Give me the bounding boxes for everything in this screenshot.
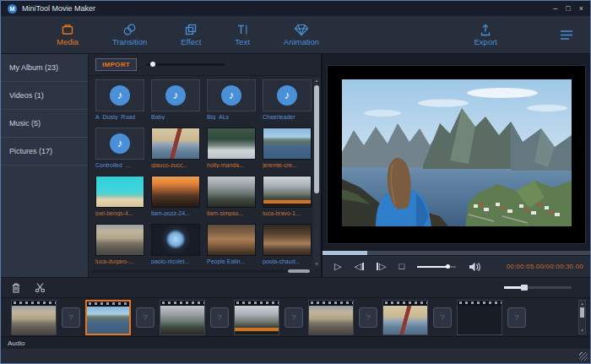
- sidebar-item-pictures-17[interactable]: Pictures (17): [1, 138, 88, 166]
- media-header: IMPORT: [89, 54, 321, 76]
- media-horizontal-scrollbar[interactable]: [92, 269, 310, 273]
- tab-animation[interactable]: Animation: [284, 23, 319, 46]
- transition-slot[interactable]: ?: [507, 307, 526, 328]
- timeline-clip[interactable]: [234, 300, 279, 335]
- transition-slot[interactable]: ?: [433, 307, 452, 328]
- seek-bar[interactable]: [323, 251, 590, 255]
- media-item[interactable]: ♪Baby: [151, 79, 202, 128]
- media-item[interactable]: paolo-nicolel...: [151, 224, 202, 272]
- scrollbar-thumb[interactable]: [314, 85, 319, 193]
- media-item-label: luca-dugaro-...: [95, 258, 144, 264]
- media-item[interactable]: holly-manda...: [207, 128, 258, 176]
- minimize-button[interactable]: –: [553, 5, 557, 13]
- media-item[interactable]: glauco-zucc...: [151, 128, 202, 176]
- media-item[interactable]: joel-bengs-4...: [95, 176, 146, 224]
- scroll-down-icon[interactable]: ▾: [313, 261, 320, 267]
- media-item[interactable]: People Eatin...: [207, 224, 258, 272]
- preview-panel: ▷ ◁ ▷ □ 00:00:05.00/00:00:30.00: [323, 54, 590, 277]
- media-item-label: Big_ALs: [207, 114, 256, 120]
- clip-thumbnail: [12, 306, 56, 334]
- scroll-up-icon[interactable]: ▴: [579, 301, 585, 307]
- maximize-button[interactable]: □: [566, 5, 570, 13]
- media-item-label: A_Dusty_Road: [95, 114, 144, 120]
- volume-slider[interactable]: [417, 266, 456, 268]
- timeline-clip[interactable]: [160, 300, 205, 335]
- media-item[interactable]: ♪Controlled_...: [95, 128, 146, 176]
- scroll-up-icon[interactable]: ▴: [313, 78, 320, 84]
- delete-button[interactable]: [11, 282, 21, 294]
- slider-handle[interactable]: [150, 62, 155, 67]
- animation-icon: [294, 23, 309, 36]
- window-controls: –□×: [553, 5, 583, 13]
- music-thumbnail: ♪: [95, 79, 144, 111]
- media-item[interactable]: liam-pozz-24...: [151, 176, 202, 224]
- sidebar-item-music-5[interactable]: Music (5): [1, 110, 88, 138]
- media-item[interactable]: jeremie-cre...: [263, 128, 313, 176]
- media-item[interactable]: ♪A_Dusty_Road: [95, 79, 146, 128]
- image-thumbnail: [263, 224, 312, 256]
- close-button[interactable]: ×: [579, 5, 583, 13]
- timeline-clip[interactable]: [308, 300, 354, 335]
- transition-slot[interactable]: ?: [285, 307, 303, 328]
- timeline-track: ??????? ▴ ▾: [1, 298, 590, 336]
- music-note-icon: ♪: [110, 85, 130, 106]
- audio-track[interactable]: Audio: [1, 336, 590, 349]
- image-thumbnail: [95, 176, 144, 208]
- tab-effect[interactable]: Effect: [181, 23, 201, 46]
- scrollbar-thumb[interactable]: [288, 269, 310, 273]
- transition-slot[interactable]: ?: [62, 307, 80, 328]
- media-item-label: People Eatin...: [207, 258, 256, 264]
- effect-icon: [184, 23, 198, 36]
- status-bar: [1, 349, 590, 363]
- transition-slot[interactable]: ?: [210, 307, 229, 328]
- timeline-clip[interactable]: [382, 300, 428, 335]
- tab-transition[interactable]: Transition: [112, 23, 147, 46]
- timeline-zoom-slider[interactable]: [504, 286, 572, 289]
- clip-thumbnail: [160, 306, 204, 334]
- media-item[interactable]: luca-dugaro-...: [95, 224, 146, 272]
- timeline-clip[interactable]: [85, 300, 131, 335]
- zoom-handle[interactable]: [521, 285, 528, 291]
- resize-grip[interactable]: [579, 352, 588, 361]
- seek-progress: [323, 251, 367, 255]
- media-item-label: glauco-zucc...: [151, 162, 200, 168]
- media-item-label: Cheerleader: [263, 114, 312, 120]
- sidebar-item-videos-1[interactable]: Videos (1): [1, 82, 88, 110]
- stop-button[interactable]: □: [399, 262, 404, 271]
- import-button[interactable]: IMPORT: [95, 58, 137, 71]
- media-item-label: joel-bengs-4...: [95, 210, 144, 216]
- timecode: 00:00:05.00/00:00:30.00: [507, 263, 583, 270]
- media-item-label: liam-pozz-24...: [151, 210, 200, 216]
- tab-label: Animation: [284, 37, 319, 46]
- scroll-down-icon[interactable]: ▾: [579, 328, 585, 334]
- split-scissors-button[interactable]: [35, 282, 46, 293]
- media-item[interactable]: liam-simpso...: [207, 176, 258, 224]
- speaker-icon[interactable]: [469, 262, 481, 272]
- thumbnail-size-slider[interactable]: [147, 63, 225, 66]
- timeline-vertical-scrollbar[interactable]: ▴ ▾: [578, 300, 586, 334]
- media-item[interactable]: ♪Big_ALs: [207, 79, 258, 128]
- previous-frame-button[interactable]: ◁: [354, 262, 363, 271]
- tab-media[interactable]: Media: [57, 23, 79, 46]
- media-item[interactable]: luca-bravo-1...: [263, 176, 313, 224]
- media-item[interactable]: ♪Cheerleader: [263, 79, 313, 128]
- media-vertical-scrollbar[interactable]: ▴ ▾: [313, 78, 320, 267]
- timeline-empty-slot[interactable]: [457, 300, 502, 335]
- media-item[interactable]: pooja-chaud...: [263, 224, 313, 272]
- sidebar-item-my-album-23[interactable]: My Album (23): [1, 54, 88, 82]
- transition-slot[interactable]: ?: [136, 307, 155, 328]
- video-area: [323, 54, 590, 251]
- tab-text[interactable]: Text: [235, 23, 249, 46]
- play-button[interactable]: ▷: [334, 262, 341, 271]
- next-frame-button[interactable]: ▷: [377, 262, 386, 271]
- transition-slot[interactable]: ?: [359, 307, 377, 328]
- volume-handle[interactable]: [446, 264, 450, 269]
- image-thumbnail: [263, 176, 312, 208]
- timeline-clip[interactable]: [11, 300, 57, 335]
- media-item-label: liam-simpso...: [207, 210, 256, 216]
- export-button[interactable]: Export: [474, 23, 497, 46]
- sidebar: My Album (23)Videos (1)Music (5)Pictures…: [1, 54, 89, 277]
- scrollbar-thumb[interactable]: [580, 307, 584, 318]
- menu-button[interactable]: [560, 30, 573, 41]
- music-thumbnail: ♪: [95, 128, 144, 160]
